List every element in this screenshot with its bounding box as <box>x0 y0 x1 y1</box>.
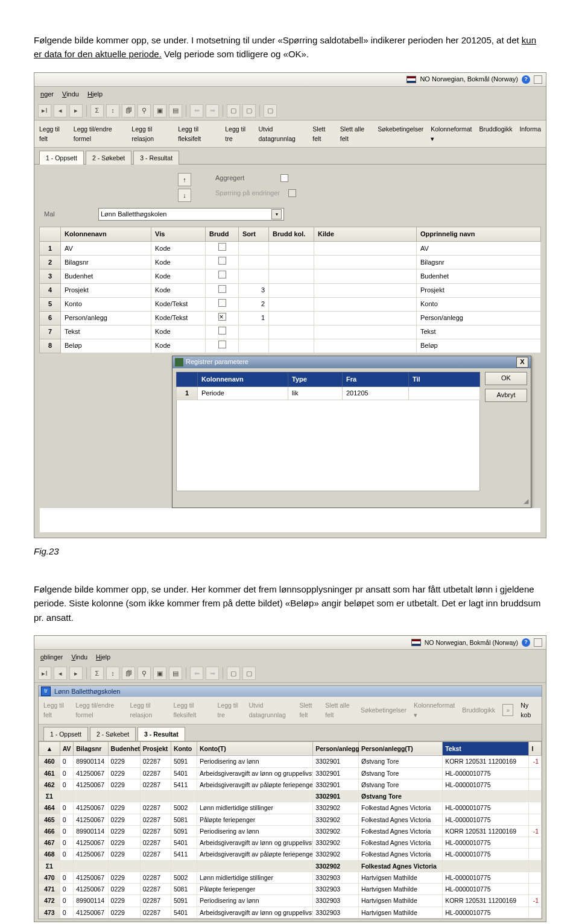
cell-budenhet[interactable]: 0229 <box>108 884 140 895</box>
cell-opprinnelig[interactable]: Beløp <box>417 339 541 353</box>
cell-bruddkol[interactable] <box>269 242 314 256</box>
cell-budenhet[interactable] <box>108 791 140 802</box>
grid-row[interactable]: 6Person/anleggKode/Tekst1Person/anlegg <box>40 311 541 325</box>
toolbar-btn[interactable]: ▢ <box>242 667 256 680</box>
cell-brudd[interactable] <box>206 269 239 283</box>
cell-personanleggt[interactable]: Hartvigsen Mathilde <box>359 884 443 895</box>
cell-opprinnelig[interactable]: Bilagsnr <box>417 256 541 269</box>
cell-tekst[interactable]: HL-0000010775 <box>443 802 529 814</box>
phdr-fra[interactable]: Fra <box>343 372 409 386</box>
cell-personanleggt[interactable]: Østvang Tore <box>359 767 443 779</box>
cell-kilde[interactable] <box>314 311 417 325</box>
cell-personanlegg[interactable]: 3302902 <box>313 825 359 837</box>
cell-kontot[interactable]: Arbeidsgiveravgift av påløpte feriepenge… <box>197 779 312 790</box>
cell-tekst[interactable]: KORR 120531 11200169 <box>443 895 529 907</box>
menu-vindu[interactable]: Vindu <box>62 89 79 99</box>
cell-prosjekt[interactable]: 02287 <box>140 802 171 814</box>
result-row[interactable]: 4730412500670229022875401Arbeidsgiveravg… <box>39 907 542 918</box>
tab-sokebet[interactable]: 2 - Søkebet <box>90 727 136 741</box>
cell-i[interactable] <box>529 779 542 790</box>
cell-konto[interactable] <box>171 860 197 872</box>
cell-personanlegg[interactable]: 3302903 <box>313 907 359 918</box>
cell-bruddkol[interactable] <box>269 325 314 339</box>
toolbar-btn[interactable]: 🗐 <box>122 104 135 118</box>
cell-kontot[interactable]: Periodisering av lønn <box>197 756 312 767</box>
cell-tekst[interactable]: HL-0000010775 <box>443 779 529 790</box>
result-row[interactable]: 4620412500670229022875411Arbeidsgiveravg… <box>39 779 542 790</box>
cell-personanleggt[interactable]: Østvang Tore <box>359 756 443 767</box>
result-row[interactable]: 4680412500670229022875411Arbeidsgiveravg… <box>39 849 542 860</box>
cell-av[interactable]: 0 <box>60 756 74 767</box>
cell-bruddkol[interactable] <box>269 256 314 269</box>
cell-bilagsnr[interactable]: 41250067 <box>74 779 108 790</box>
help-icon[interactable]: ? <box>522 638 530 647</box>
toolbar-btn[interactable]: ◂ <box>54 104 67 118</box>
cell-av[interactable]: 0 <box>60 884 74 895</box>
cell-i[interactable]: -1 <box>529 895 542 907</box>
cell-personanleggt[interactable]: Hartvigsen Mathilde <box>359 895 443 907</box>
toolbar-btn[interactable]: ⬅ <box>190 667 203 680</box>
tb-nykob[interactable]: Ny kob <box>520 700 537 720</box>
cell-i[interactable] <box>529 791 542 802</box>
cell-bilagsnr[interactable]: 41250067 <box>74 884 108 895</box>
param-type[interactable]: lik <box>288 386 343 400</box>
cell-kontot[interactable]: Lønn midlertidige stillinger <box>197 802 312 814</box>
cell-sort[interactable] <box>239 256 269 269</box>
tb-legg-til-felt[interactable]: Legg til felt <box>39 124 66 144</box>
tb-utvid-datagrunnlag[interactable]: Utvid datagrunnlag <box>259 124 306 144</box>
cell-kilde[interactable] <box>314 269 417 283</box>
cell-budenhet[interactable]: 0229 <box>108 895 140 907</box>
cell-konto[interactable]: 5411 <box>171 849 197 860</box>
cell-sort[interactable] <box>239 325 269 339</box>
cell-personanlegg[interactable]: 3302902 <box>313 849 359 860</box>
result-row[interactable]: 4660899001140229022875091Periodisering a… <box>39 825 542 837</box>
result-row[interactable]: 4710412500670229022875081Påløpte feriepe… <box>39 884 542 895</box>
cell-kilde[interactable] <box>314 256 417 269</box>
cell-bilagsnr[interactable]: 41250067 <box>74 767 108 779</box>
cell-kolonnenavn[interactable]: Beløp <box>61 339 151 353</box>
toolbar-btn[interactable]: ▤ <box>169 104 182 118</box>
cell-budenhet[interactable]: 0229 <box>108 802 140 814</box>
cell-av[interactable]: 0 <box>60 825 74 837</box>
cell-kontot[interactable]: Lønn midlertidige stillinger <box>197 872 312 883</box>
cell-av[interactable] <box>60 791 74 802</box>
cell-bruddkol[interactable] <box>269 297 314 311</box>
grid-row[interactable]: 1AVKodeAV <box>40 242 541 256</box>
result-row[interactable]: 4600899001140229022875091Periodisering a… <box>39 756 542 767</box>
toolbar-btn[interactable]: ▸ <box>69 104 83 118</box>
cell-kilde[interactable] <box>314 242 417 256</box>
toolbar-btn[interactable]: ➡ <box>206 667 219 680</box>
tb-legg-til-formel[interactable]: Legg til/endre formel <box>74 124 125 144</box>
cell-budenhet[interactable]: 0229 <box>108 756 140 767</box>
cell-bilagsnr[interactable]: 41250067 <box>74 802 108 814</box>
cell-personanlegg[interactable]: 3302902 <box>313 837 359 849</box>
cell-personanlegg[interactable]: 3302903 <box>313 895 359 907</box>
tb-sokebetingelser[interactable]: Søkebetingelser <box>378 124 423 144</box>
cell-brudd[interactable] <box>206 325 239 339</box>
cell-prosjekt[interactable]: 02287 <box>140 837 171 849</box>
cell-kontot[interactable]: Periodisering av lønn <box>197 895 312 907</box>
result-row[interactable]: 4610412500670229022875401Arbeidsgiveravg… <box>39 767 542 779</box>
cell-kolonnenavn[interactable]: Bilagsnr <box>61 256 151 269</box>
toolbar-btn[interactable]: ⬅ <box>190 104 203 118</box>
tb-slett-felt[interactable]: Slett felt <box>312 124 332 144</box>
cell-vis[interactable]: Kode <box>151 256 206 269</box>
ok-button[interactable]: OK <box>485 372 527 385</box>
cell-budenhet[interactable]: 0229 <box>108 825 140 837</box>
cell-av[interactable]: 0 <box>60 895 74 907</box>
cell-tekst[interactable]: HL-0000010775 <box>443 849 529 860</box>
menu-vindu[interactable]: Vindu <box>71 652 87 662</box>
grid-row[interactable]: 3BudenhetKodeBudenhet <box>40 269 541 283</box>
cell-opprinnelig[interactable]: Konto <box>417 297 541 311</box>
cell-bruddkol[interactable] <box>269 283 314 297</box>
tb-kolonneformat[interactable]: Kolonneformat ▾ <box>414 700 455 720</box>
cell-kolonnenavn[interactable]: Prosjekt <box>61 283 151 297</box>
menu-hjelp[interactable]: Hjelp <box>87 89 103 99</box>
cell-sort[interactable]: 2 <box>239 297 269 311</box>
cell-i[interactable] <box>529 802 542 814</box>
cell-budenhet[interactable]: 0229 <box>108 767 140 779</box>
cell-tekst[interactable] <box>443 860 529 872</box>
cell-konto[interactable]: 5002 <box>171 872 197 883</box>
cell-prosjekt[interactable]: 02287 <box>140 895 171 907</box>
tb-slett-alle-felt[interactable]: Slett alle felt <box>340 124 371 144</box>
